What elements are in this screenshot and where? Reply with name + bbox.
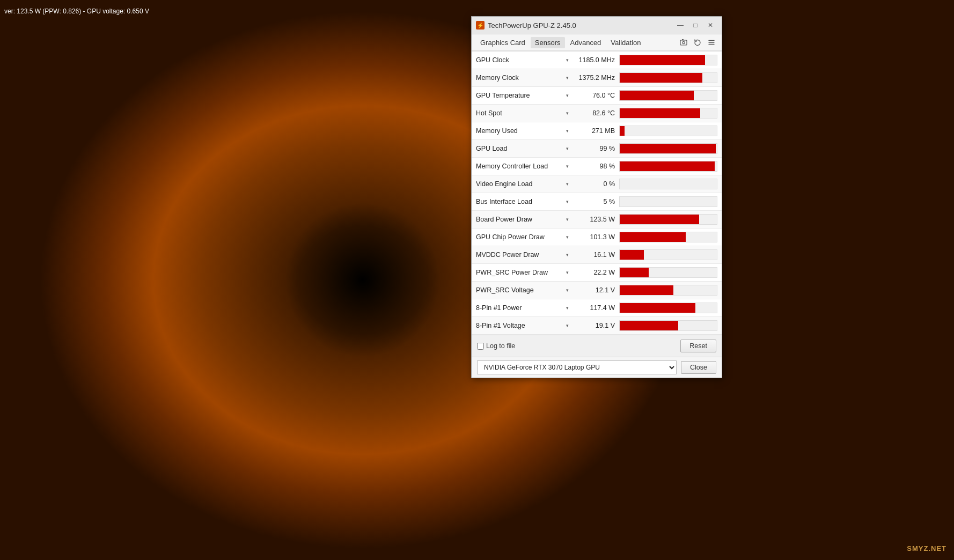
sensor-name-cell: PWR_SRC Power Draw▾ xyxy=(472,269,571,276)
sensor-label: Hot Spot xyxy=(476,109,502,117)
sensor-bar xyxy=(620,161,715,171)
sensor-row: Bus Interface Load▾5 % xyxy=(472,193,722,211)
sensor-name-cell: Bus Interface Load▾ xyxy=(472,198,571,205)
sensor-bar-container xyxy=(619,303,717,313)
sensor-bar xyxy=(620,55,705,65)
menu-advanced[interactable]: Advanced xyxy=(566,37,606,48)
sensor-value-cell: 99 % xyxy=(571,145,619,152)
sensor-dropdown-arrow[interactable]: ▾ xyxy=(566,164,569,169)
sensor-label: PWR_SRC Power Draw xyxy=(476,269,548,276)
sensor-row: MVDDC Power Draw▾16.1 W xyxy=(472,246,722,264)
sensor-row: GPU Load▾99 % xyxy=(472,140,722,158)
sensor-bar-container xyxy=(619,285,717,296)
sensor-row: Memory Used▾271 MB xyxy=(472,122,722,140)
sensor-dropdown-arrow[interactable]: ▾ xyxy=(566,57,569,63)
sensor-bar-container xyxy=(619,179,717,189)
sensor-name-cell: MVDDC Power Draw▾ xyxy=(472,251,571,259)
sensor-bar-container xyxy=(619,55,717,65)
hamburger-menu-button[interactable] xyxy=(706,36,717,48)
svg-rect-0 xyxy=(680,40,687,45)
bottom-bar: Log to file Reset xyxy=(472,335,722,357)
sensor-value-cell: 123.5 W xyxy=(571,216,619,223)
sensor-value-cell: 117.4 W xyxy=(571,304,619,312)
sensor-row: 8-Pin #1 Power▾117.4 W xyxy=(472,299,722,317)
sensor-dropdown-arrow[interactable]: ▾ xyxy=(566,181,569,187)
svg-rect-2 xyxy=(682,39,684,40)
sensor-dropdown-arrow[interactable]: ▾ xyxy=(566,234,569,240)
close-button[interactable]: Close xyxy=(681,361,716,374)
sensor-bar-container xyxy=(619,143,717,154)
sensor-bar xyxy=(620,232,686,242)
sensor-dropdown-arrow[interactable]: ▾ xyxy=(566,252,569,257)
menu-validation[interactable]: Validation xyxy=(606,37,645,48)
sensor-row: PWR_SRC Power Draw▾22.2 W xyxy=(472,264,722,282)
sensor-value-cell: 22.2 W xyxy=(571,269,619,276)
sensor-label: GPU Temperature xyxy=(476,92,530,99)
sensor-bar xyxy=(620,144,716,153)
sensor-bar xyxy=(620,268,649,277)
sensor-name-cell: Memory Controller Load▾ xyxy=(472,163,571,170)
sensor-row: Memory Controller Load▾98 % xyxy=(472,158,722,175)
sensor-dropdown-arrow[interactable]: ▾ xyxy=(566,146,569,151)
sensor-bar xyxy=(620,126,625,136)
sensor-name-cell: GPU Clock▾ xyxy=(472,56,571,64)
sensor-name-cell: 8-Pin #1 Voltage▾ xyxy=(472,322,571,329)
sensor-bar-container xyxy=(619,126,717,136)
sensor-dropdown-arrow[interactable]: ▾ xyxy=(566,199,569,204)
maximize-button[interactable]: □ xyxy=(688,20,702,31)
menu-bar: Graphics Card Sensors Advanced Validatio… xyxy=(472,34,722,51)
log-to-file-checkbox[interactable] xyxy=(477,343,484,350)
minimize-button[interactable]: — xyxy=(673,20,687,31)
sensor-value-cell: 1185.0 MHz xyxy=(571,56,619,64)
sensor-label: Video Engine Load xyxy=(476,180,532,188)
sensor-value-cell: 101.3 W xyxy=(571,233,619,241)
title-bar: ⚡ TechPowerUp GPU-Z 2.45.0 — □ ✕ xyxy=(472,17,722,34)
sensor-name-cell: PWR_SRC Voltage▾ xyxy=(472,286,571,294)
sensor-dropdown-arrow[interactable]: ▾ xyxy=(566,110,569,116)
refresh-icon-button[interactable] xyxy=(692,36,703,48)
window-title: TechPowerUp GPU-Z 2.45.0 xyxy=(488,21,576,30)
reset-button[interactable]: Reset xyxy=(680,340,716,352)
sensors-container: GPU Clock▾1185.0 MHzMemory Clock▾1375.2 … xyxy=(472,51,722,335)
sensor-name-cell: Memory Used▾ xyxy=(472,127,571,135)
sensor-row: 8-Pin #1 Voltage▾19.1 V xyxy=(472,317,722,335)
sensor-dropdown-arrow[interactable]: ▾ xyxy=(566,128,569,134)
sensor-dropdown-arrow[interactable]: ▾ xyxy=(566,323,569,328)
sensor-dropdown-arrow[interactable]: ▾ xyxy=(566,270,569,275)
sensor-bar xyxy=(620,73,702,83)
sensor-label: Board Power Draw xyxy=(476,216,532,223)
sensor-label: Memory Controller Load xyxy=(476,163,548,170)
log-to-file-label: Log to file xyxy=(477,342,515,350)
sensor-value-cell: 82.6 °C xyxy=(571,109,619,117)
sensor-dropdown-arrow[interactable]: ▾ xyxy=(566,75,569,80)
menu-sensors[interactable]: Sensors xyxy=(531,37,565,48)
gpu-selector[interactable]: NVIDIA GeForce RTX 3070 Laptop GPU xyxy=(477,360,677,374)
sensor-row: GPU Chip Power Draw▾101.3 W xyxy=(472,229,722,246)
close-window-button[interactable]: ✕ xyxy=(703,20,717,31)
sensor-bar xyxy=(620,250,644,260)
sensor-bar-container xyxy=(619,232,717,242)
sensor-bar-container xyxy=(619,90,717,101)
sensor-bar xyxy=(620,91,694,100)
sensor-bar-container xyxy=(619,320,717,331)
sensor-dropdown-arrow[interactable]: ▾ xyxy=(566,305,569,311)
sensor-row: Hot Spot▾82.6 °C xyxy=(472,105,722,122)
sensor-row: Board Power Draw▾123.5 W xyxy=(472,211,722,229)
sensor-name-cell: Memory Clock▾ xyxy=(472,74,571,82)
sensor-dropdown-arrow[interactable]: ▾ xyxy=(566,217,569,222)
sensor-value-cell: 0 % xyxy=(571,180,619,188)
sensor-bar-container xyxy=(619,108,717,119)
sensor-dropdown-arrow[interactable]: ▾ xyxy=(566,93,569,98)
menu-graphics-card[interactable]: Graphics Card xyxy=(476,37,530,48)
camera-icon-button[interactable] xyxy=(678,36,689,48)
sensors-wrapper: GPU Clock▾1185.0 MHzMemory Clock▾1375.2 … xyxy=(472,51,722,335)
sensor-bar xyxy=(620,215,699,224)
sensor-bar xyxy=(620,303,695,313)
sensor-name-cell: 8-Pin #1 Power▾ xyxy=(472,304,571,312)
sensor-row: PWR_SRC Voltage▾12.1 V xyxy=(472,282,722,299)
app-icon: ⚡ xyxy=(476,21,485,30)
sensor-dropdown-arrow[interactable]: ▾ xyxy=(566,288,569,293)
sensor-label: Memory Used xyxy=(476,127,518,135)
sensor-row: GPU Clock▾1185.0 MHz xyxy=(472,51,722,69)
sensor-bar xyxy=(620,285,673,295)
